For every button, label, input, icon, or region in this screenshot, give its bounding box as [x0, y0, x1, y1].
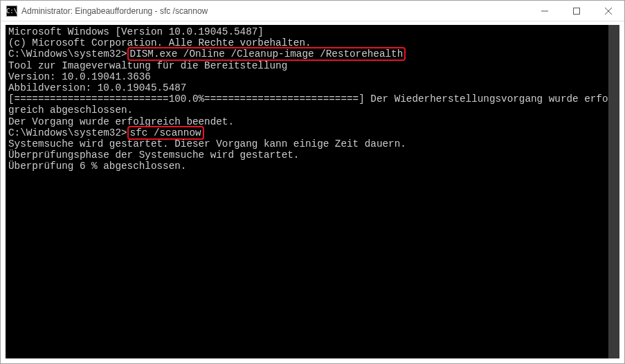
output-line: Der Vorgang wurde erfolgreich beendet. [8, 116, 617, 127]
command-line-1: C:\Windows\system32>DISM.exe /Online /Cl… [8, 48, 617, 60]
output-line: Tool zur Imageverwaltung für die Bereits… [8, 60, 617, 71]
vertical-scrollbar[interactable] [608, 25, 619, 358]
close-icon [605, 8, 612, 15]
command-line-2: C:\Windows\system32>sfc /scannow [8, 127, 617, 138]
cmd-icon: C:\ [6, 6, 17, 17]
close-button[interactable] [592, 1, 624, 21]
console-output: Microsoft Windows [Version 10.0.19045.54… [8, 26, 617, 172]
window-controls [529, 1, 624, 21]
console-area[interactable]: Microsoft Windows [Version 10.0.19045.54… [6, 25, 619, 358]
output-line: Überprüfungsphase der Systemsuche wird g… [8, 149, 617, 161]
window-title: Administrator: Eingabeaufforderung - sfc… [21, 6, 529, 16]
output-line: Microsoft Windows [Version 10.0.19045.54… [8, 26, 617, 37]
highlighted-command-sfc: sfc /scannow [127, 126, 204, 140]
svg-rect-1 [574, 8, 580, 14]
output-line: Überprüfung 6 % abgeschlossen. [8, 161, 617, 172]
progress-line: [==========================100.0%=======… [8, 93, 617, 116]
minimize-icon [541, 8, 548, 15]
maximize-button[interactable] [561, 1, 592, 21]
output-line: Systemsuche wird gestartet. Dieser Vorga… [8, 138, 617, 149]
titlebar[interactable]: C:\ Administrator: Eingabeaufforderung -… [1, 1, 624, 21]
cmd-icon-glyph: C:\ [6, 8, 17, 15]
output-line: Abbildversion: 10.0.19045.5487 [8, 82, 617, 93]
prompt: C:\Windows\system32> [8, 48, 127, 60]
prompt: C:\Windows\system32> [8, 127, 127, 138]
command-prompt-window: C:\ Administrator: Eingabeaufforderung -… [0, 0, 625, 364]
maximize-icon [573, 8, 580, 15]
highlighted-command-dism: DISM.exe /Online /Cleanup-image /Restore… [127, 47, 406, 61]
minimize-button[interactable] [529, 1, 561, 21]
output-line: Version: 10.0.19041.3636 [8, 71, 617, 82]
scrollbar-thumb[interactable] [608, 25, 619, 358]
